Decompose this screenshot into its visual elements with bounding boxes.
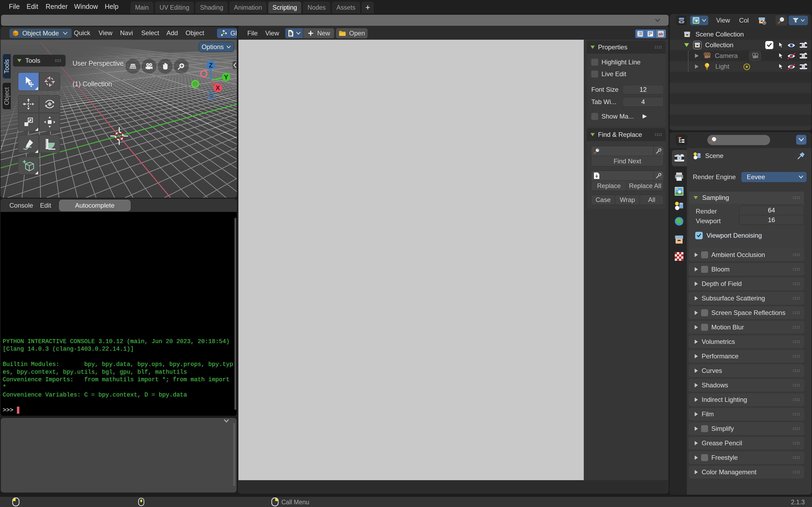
svg-text:1: 1 xyxy=(638,31,639,34)
svg-text:2: 2 xyxy=(638,34,639,36)
svg-text:Y: Y xyxy=(224,73,228,81)
svg-text:X: X xyxy=(216,84,220,92)
svg-text:Z: Z xyxy=(209,62,213,69)
svg-text:ab: ab xyxy=(658,32,663,36)
